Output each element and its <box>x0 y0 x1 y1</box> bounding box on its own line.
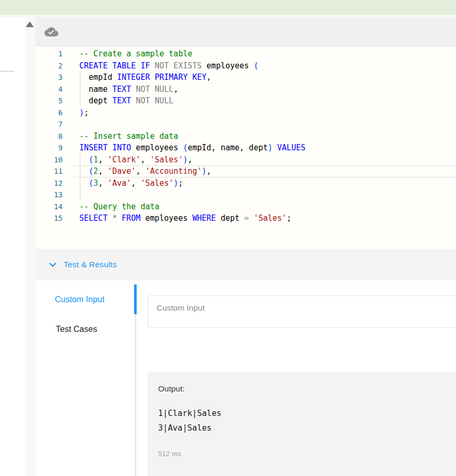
code-lines[interactable]: -- Create a sample tableCREATE TABLE IF … <box>73 48 456 224</box>
triangle-up-icon[interactable] <box>26 21 34 27</box>
line-number: 11 <box>35 165 63 177</box>
code-token: -- Insert sample data <box>79 132 178 141</box>
code-token: -- Create a sample table <box>79 49 193 58</box>
code-line[interactable]: dept TEXT NOT NULL <box>73 95 456 107</box>
code-token: ) <box>174 178 178 188</box>
code-token: 3 <box>93 178 98 188</box>
line-number: 14 <box>35 201 63 213</box>
code-line[interactable] <box>73 118 456 130</box>
code-token: ) <box>268 143 272 152</box>
code-line[interactable]: -- Insert sample data <box>73 130 456 142</box>
code-line[interactable] <box>73 189 456 201</box>
code-token: ; <box>286 213 291 223</box>
code-token: , <box>98 155 107 164</box>
code-token: ) <box>202 166 207 176</box>
code-token: employees <box>131 143 183 152</box>
line-number: 13 <box>35 189 63 201</box>
code-line[interactable]: -- Create a sample table <box>73 48 456 60</box>
code-token: NOT EXISTS <box>155 61 202 70</box>
editor-toolbar <box>35 17 456 47</box>
code-line[interactable]: (3, 'Ava', 'Sales'); <box>73 177 456 189</box>
tab-custom-input[interactable]: Custom Input <box>35 284 134 314</box>
code-token: 'Clark' <box>107 155 140 164</box>
code-token: , <box>131 178 140 188</box>
code-line[interactable]: CREATE TABLE IF NOT EXISTS employees ( <box>73 60 456 72</box>
line-number: 12 <box>35 177 63 189</box>
code-token <box>150 61 154 70</box>
code-token: dept <box>79 96 112 105</box>
test-results-panel: Custom Input Test Cases Output: 1|Clark|… <box>35 280 456 476</box>
code-line[interactable]: (1, 'Clark', 'Sales'), <box>73 154 456 166</box>
code-line[interactable]: empId INTEGER PRIMARY KEY, <box>73 72 456 84</box>
output-panel: Output: 1|Clark|Sales 3|Ava|Sales 512 ms <box>148 372 456 476</box>
code-token: 'Sales' <box>254 213 286 223</box>
output-line: 1|Clark|Sales <box>158 406 451 421</box>
code-token: NOT NULL <box>136 85 173 94</box>
code-token: TEXT <box>112 85 131 94</box>
output-label: Output: <box>158 384 451 394</box>
line-number: 15 <box>35 212 63 224</box>
code-token: employees <box>140 213 192 223</box>
code-token: ) <box>183 155 188 164</box>
tab-content: Output: 1|Clark|Sales 3|Ava|Sales 512 ms <box>148 280 456 476</box>
output-line: 3|Ava|Sales <box>158 421 451 435</box>
code-token: = <box>244 213 249 223</box>
code-token: ( <box>89 166 93 176</box>
output-lines: 1|Clark|Sales 3|Ava|Sales <box>158 406 451 435</box>
code-editor[interactable]: 123456789101112131415 -- Create a sample… <box>35 47 456 249</box>
code-token: 'Ava' <box>107 178 131 188</box>
code-token <box>249 213 254 223</box>
code-token: 'Accounting' <box>145 166 201 176</box>
code-token: empId <box>79 73 117 82</box>
code-token: name <box>79 85 112 94</box>
code-line[interactable]: INSERT INTO employees (empId, name, dept… <box>73 142 456 154</box>
code-token <box>79 178 89 188</box>
line-number: 9 <box>35 142 63 154</box>
code-token: ; <box>178 178 183 188</box>
indent-guide <box>80 154 80 201</box>
code-token: , <box>98 166 107 176</box>
code-token: , <box>188 155 193 164</box>
line-number: 1 <box>35 48 63 60</box>
tab-test-cases[interactable]: Test Cases <box>35 314 134 344</box>
test-results-header[interactable]: Test & Results <box>35 249 456 280</box>
runtime-badge: 512 ms <box>158 450 451 458</box>
code-token: ; <box>84 108 89 117</box>
code-token: ( <box>89 178 93 188</box>
code-line[interactable]: (2, 'Dave', 'Accounting'), <box>73 165 456 177</box>
custom-input-field[interactable] <box>148 295 456 328</box>
cloud-done-icon <box>44 26 58 40</box>
line-number: 10 <box>35 154 63 166</box>
line-number: 8 <box>35 130 63 142</box>
code-line[interactable]: -- Query the data <box>73 201 456 213</box>
code-token: , <box>98 178 107 188</box>
code-token: ( <box>254 61 258 70</box>
line-numbers: 123456789101112131415 <box>35 48 63 224</box>
code-token <box>117 213 122 223</box>
active-tab-indicator <box>134 284 137 314</box>
line-number: 2 <box>35 60 63 72</box>
code-token: 1 <box>93 155 98 164</box>
code-line[interactable]: SELECT * FROM employees WHERE dept = 'Sa… <box>73 212 456 224</box>
code-line[interactable]: name TEXT NOT NULL, <box>73 84 456 96</box>
code-token: CREATE TABLE IF <box>79 61 150 70</box>
code-token: FROM <box>122 213 140 223</box>
code-token: 'Dave' <box>107 166 136 176</box>
code-token: empId, name, dept <box>188 143 268 152</box>
code-token: ) <box>79 108 84 117</box>
code-token: NOT NULL <box>136 96 173 105</box>
code-token: dept <box>216 213 244 223</box>
code-token: , <box>207 73 211 82</box>
code-line[interactable]: ); <box>73 107 456 119</box>
code-token: , <box>174 85 178 94</box>
line-number: 6 <box>35 107 63 119</box>
code-token: WHERE <box>193 213 216 223</box>
code-token: -- Query the data <box>79 202 160 211</box>
code-token: TEXT <box>112 96 131 105</box>
app-frame: 123456789101112131415 -- Create a sample… <box>0 0 456 476</box>
code-token: SELECT <box>79 213 107 223</box>
line-number: 7 <box>35 118 63 130</box>
line-number: 3 <box>35 72 63 84</box>
indent-guide <box>80 72 80 107</box>
chevron-down-icon[interactable] <box>49 263 56 267</box>
